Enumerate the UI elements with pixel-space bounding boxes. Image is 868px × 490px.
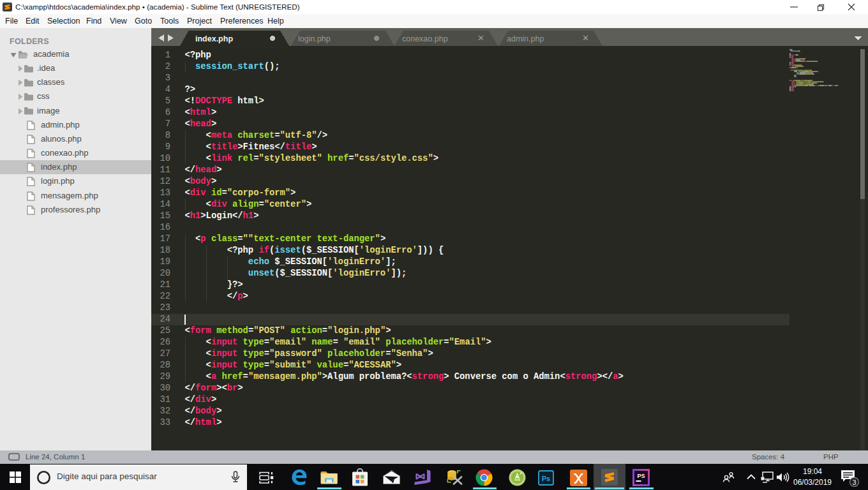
svg-text:Ps: Ps <box>542 475 550 482</box>
svg-text:PS: PS <box>637 473 645 479</box>
svg-text:3: 3 <box>852 479 856 486</box>
